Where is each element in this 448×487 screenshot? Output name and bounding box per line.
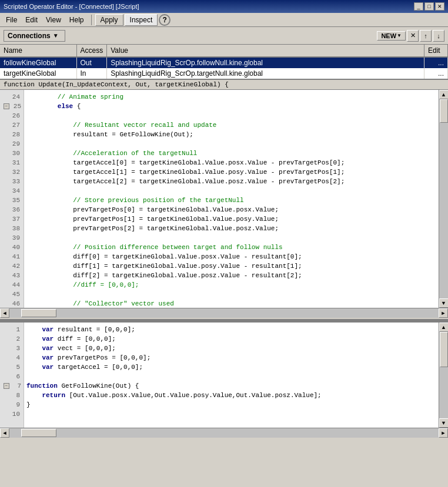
scroll-up-button[interactable]: ▲ xyxy=(439,90,449,99)
new-icon: ▼ xyxy=(397,33,402,38)
connections-left: Connections ▼ xyxy=(4,30,65,42)
menu-bar: File Edit View Help Apply Inspect ? xyxy=(0,13,448,27)
scrollbar-vertical-bottom[interactable]: ▲ ▼ xyxy=(439,323,448,428)
scroll-h-thumb[interactable] xyxy=(21,309,56,317)
menu-file[interactable]: File xyxy=(2,15,21,25)
scroll-track-b[interactable] xyxy=(439,332,449,418)
connections-right: NEW ▼ ✕ ↑ ↓ xyxy=(377,30,444,42)
connections-chevron: ▼ xyxy=(53,32,59,39)
help-button[interactable]: ? xyxy=(159,14,170,26)
editor-pane-bottom: 123456−78910 var resultant = [0,0,0]; va… xyxy=(0,323,448,437)
row-edit[interactable]: ... xyxy=(424,68,448,79)
inspect-button[interactable]: Inspect xyxy=(125,14,158,26)
connections-label[interactable]: Connections ▼ xyxy=(4,30,65,42)
toolbar-separator xyxy=(91,15,92,25)
scrollbar-vertical-top[interactable]: ▲ ▼ xyxy=(439,90,448,308)
row-name: targetKineGlobal xyxy=(0,68,76,79)
col-value: Value xyxy=(107,45,424,57)
table-row[interactable]: targetKineGlobal In SplashingLiquidRig_S… xyxy=(0,68,448,79)
menu-edit[interactable]: Edit xyxy=(22,15,41,25)
scrollbar-horizontal-top[interactable]: ◄ ► xyxy=(0,308,448,317)
apply-button[interactable]: Apply xyxy=(95,14,123,26)
scroll-track[interactable] xyxy=(439,99,449,298)
table-row[interactable]: followKineGlobal Out SplashingLiquidRig_… xyxy=(0,57,448,68)
editor-pane-top: function Update(In_UpdateContext, Out, t… xyxy=(0,80,448,321)
collapse-button[interactable]: − xyxy=(4,383,9,389)
scroll-h-track[interactable] xyxy=(9,308,439,318)
col-access: Access xyxy=(76,45,107,57)
scroll-thumb[interactable] xyxy=(440,99,448,123)
row-access: Out xyxy=(76,57,107,68)
row-name: followKineGlobal xyxy=(0,57,76,68)
code-content-bottom[interactable]: var resultant = [0,0,0]; var diff = [0,0… xyxy=(24,323,439,428)
code-content-top[interactable]: // Animate spring else { // Resultant ve… xyxy=(24,90,439,308)
col-name: Name xyxy=(0,45,76,57)
window-controls[interactable]: _ □ ✕ xyxy=(414,2,444,11)
window-title: Scripted Operator Editor - [Connected] [… xyxy=(4,3,139,10)
row-value: SplashingLiquidRig_ScrOp.followNull.kine… xyxy=(107,57,424,68)
scroll-left-button[interactable]: ◄ xyxy=(0,308,9,318)
collapse-button[interactable]: − xyxy=(4,103,9,109)
scroll-h-track-b[interactable] xyxy=(9,428,439,438)
connections-bar: Connections ▼ NEW ▼ ✕ ↑ ↓ xyxy=(0,27,448,45)
col-edit: Edit xyxy=(424,45,448,57)
scroll-right-button[interactable]: ► xyxy=(439,308,448,318)
row-access: In xyxy=(76,68,107,79)
scrollbar-horizontal-bottom[interactable]: ◄ ► xyxy=(0,428,448,437)
connections-table: Name Access Value Edit followKineGlobal … xyxy=(0,45,448,80)
row-edit[interactable]: ... xyxy=(424,57,448,68)
scroll-left-button-b[interactable]: ◄ xyxy=(0,428,9,438)
minimize-button[interactable]: _ xyxy=(414,2,423,11)
down-button[interactable]: ↓ xyxy=(433,30,444,42)
new-button[interactable]: NEW ▼ xyxy=(377,31,406,41)
row-value: SplashingLiquidRig_ScrOp.targetNull.kine… xyxy=(107,68,424,79)
scroll-h-thumb-b[interactable] xyxy=(21,429,56,437)
close-button[interactable]: ✕ xyxy=(435,2,444,11)
up-button[interactable]: ↑ xyxy=(420,30,432,42)
line-numbers-top: 24−2526272829303132333435363738394041424… xyxy=(0,90,24,308)
scroll-up-button-b[interactable]: ▲ xyxy=(439,323,449,332)
scroll-down-button-b[interactable]: ▼ xyxy=(439,418,449,428)
function-header: function Update(In_UpdateContext, Out, t… xyxy=(0,80,448,90)
menu-help[interactable]: Help xyxy=(66,15,88,25)
scroll-down-button[interactable]: ▼ xyxy=(439,298,449,308)
delete-button[interactable]: ✕ xyxy=(407,30,419,42)
menu-view[interactable]: View xyxy=(42,15,65,25)
scroll-thumb-b[interactable] xyxy=(440,332,448,367)
maximize-button[interactable]: □ xyxy=(424,2,434,11)
scroll-right-button-b[interactable]: ► xyxy=(439,428,448,438)
title-bar: Scripted Operator Editor - [Connected] [… xyxy=(0,0,448,13)
line-numbers-bottom: 123456−78910 xyxy=(0,323,24,428)
